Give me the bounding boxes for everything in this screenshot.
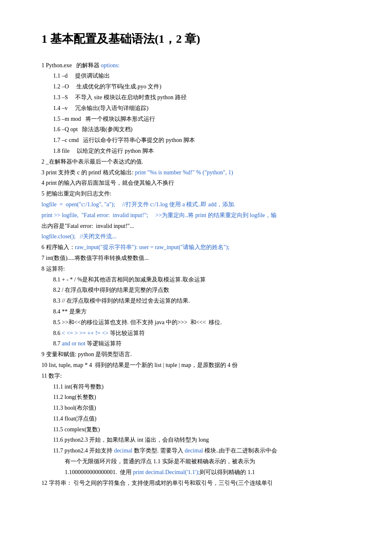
section-8: 8 运算符: 8.1 + - * / %是和其他语言相同的加减乘及取模运算.取余…	[41, 264, 359, 349]
line-7: 7 int(数值).....将数值字符串转换成整数值...	[41, 253, 359, 263]
line-11-7b: 有一个无限循环片段，普通的浮点 1.1 实际是不能被精确表示的，被表示为	[41, 457, 359, 467]
line-1-1: 1.1 –d 提供调试输出	[41, 71, 359, 81]
line-10: 10 list, tuple, map * 4 得到的结果是一个新的 list …	[41, 360, 359, 370]
line-5a-code: logfile = open("c:/1.log", "a"); //打开文件 …	[41, 201, 235, 208]
section-5: 5 把输出重定向到日志文件: logfile = open("c:/1.log"…	[41, 189, 359, 242]
line-1-8: 1.8 file 以给定的文件运行 python 脚本	[41, 146, 359, 156]
line-5a: logfile = open("c:/1.log", "a"); //打开文件 …	[41, 200, 359, 210]
line-11-7a: 11.7 python2.4 开始支持 decimal 数字类型. 需要导入 d…	[41, 446, 359, 456]
section-2: 2 _在解释器中表示最后一个表达式的值.	[41, 157, 359, 167]
line-3: 3 print 支持类 c 的 printf 格式化输出: print "%s …	[41, 168, 359, 178]
line-5c: 出内容是"Fatal error: invalid input!"...	[41, 221, 359, 231]
line-11-2: 11.2 long(长整数)	[41, 392, 359, 402]
line-8: 8 运算符:	[41, 264, 359, 274]
line-8-6-code: < <= > >= ++ != <>	[62, 330, 109, 336]
line-8-5: 8.5 >>和<<的移位运算也支持. 但不支持 java 中的>>> 和<<< …	[41, 318, 359, 328]
line-8-3: 8.3 // 在浮点取模中得到的结果是经过舍去运算的结果.	[41, 296, 359, 306]
line-3-code: print "%s is number %d!" % ("python", 1)	[135, 169, 233, 176]
line-1-7: 1.7 –c cmd 运行以命令行字符串心事提交的 python 脚本	[41, 135, 359, 145]
main-content: 1 Python.exe 的解释器 options: 1.1 –d 提供调试输出…	[41, 61, 359, 488]
line-11-7c: 1.1000000000000001. 使用 print decimal.Dec…	[41, 467, 359, 477]
line-1-5: 1.5 –m mod 将一个模块以脚本形式运行	[41, 114, 359, 124]
line-11-6: 11.6 python2.3 开始，如果结果从 int 溢出，会自动转型为 lo…	[41, 435, 359, 445]
line-5d-code: logfile.close(); //关闭文件流...	[41, 233, 117, 240]
line-9: 9 变量和赋值: python 是弱类型语言.	[41, 350, 359, 359]
section-10: 10 list, tuple, map * 4 得到的结果是一个新的 list …	[41, 360, 359, 370]
line-8-2: 8.2 / 在浮点取模中得到的结果是完整的浮点数	[41, 285, 359, 295]
line-11-5: 11.5 complex(复数)	[41, 425, 359, 435]
line-8-7: 8.7 and or not 等逻辑运算符	[41, 339, 359, 349]
line-1-2: 1.2 –O 生成优化的字节码(生成.pyo 文件)	[41, 82, 359, 92]
section-7: 7 int(数值).....将数值字符串转换成整数值...	[41, 253, 359, 263]
line-1: 1 Python.exe 的解释器 options:	[41, 61, 359, 71]
options-label: options:	[101, 62, 119, 68]
line-1-6: 1.6 –Q opt 除法选项(参阅文档)	[41, 125, 359, 134]
section-9: 9 变量和赋值: python 是弱类型语言.	[41, 350, 359, 359]
line-12: 12 字符串： 引号之间的字符集合，支持使用成对的单引号和双引号，三引号(三个连…	[41, 478, 359, 488]
line-11-1: 11.1 int(有符号整数)	[41, 382, 359, 392]
section-12: 12 字符串： 引号之间的字符集合，支持使用成对的单引号和双引号，三引号(三个连…	[41, 478, 359, 488]
line-8-6: 8.6 < <= > >= ++ != <> 等比较运算符	[41, 328, 359, 338]
line-11-4: 11.4 float(浮点值)	[41, 414, 359, 424]
line-11-3: 11.3 bool(布尔值)	[41, 403, 359, 413]
line-5d: logfile.close(); //关闭文件流...	[41, 232, 359, 242]
section-1: 1 Python.exe 的解释器 options: 1.1 –d 提供调试输出…	[41, 61, 359, 156]
line-5: 5 把输出重定向到日志文件:	[41, 189, 359, 199]
line-2: 2 _在解释器中表示最后一个表达式的值.	[41, 157, 359, 167]
line-5b-code: print >> logfile, "Fatal error: invalid …	[41, 212, 277, 218]
line-1-3: 1.3 –S 不导入 site 模块以在启动时查找 python 路径	[41, 93, 359, 103]
line-4: 4 print 的输入内容后面加逗号，就会使其输入不换行	[41, 178, 359, 188]
decimal-label2: decimal	[185, 447, 203, 454]
line-6: 6 程序输入：raw_input("提示字符串"): user = raw_in…	[41, 242, 359, 252]
line-8-4: 8.4 ** 是乘方	[41, 307, 359, 317]
section-4: 4 print 的输入内容后面加逗号，就会使其输入不换行	[41, 178, 359, 188]
line-11-7c-code: print decimal.Decimal('1.1');	[133, 469, 200, 475]
page-title: 1 基本配置及基础语法(1，2 章)	[41, 29, 359, 49]
section-6: 6 程序输入：raw_input("提示字符串"): user = raw_in…	[41, 242, 359, 252]
decimal-label: decimal	[114, 447, 132, 454]
line-11: 11 数字:	[41, 371, 359, 381]
section-11: 11 数字: 11.1 int(有符号整数) 11.2 long(长整数) 11…	[41, 371, 359, 477]
line-8-1: 8.1 + - * / %是和其他语言相同的加减乘及取模运算.取余运算	[41, 275, 359, 285]
line-6-code: raw_input("提示字符串"): user = raw_input("请输…	[75, 244, 230, 250]
section-3: 3 print 支持类 c 的 printf 格式化输出: print "%s …	[41, 168, 359, 178]
line-5b: print >> logfile, "Fatal error: invalid …	[41, 210, 359, 220]
line-8-7-code: and or not	[62, 340, 85, 347]
line-1-4: 1.4 –v 冗余输出(导入语句详细追踪)	[41, 103, 359, 113]
